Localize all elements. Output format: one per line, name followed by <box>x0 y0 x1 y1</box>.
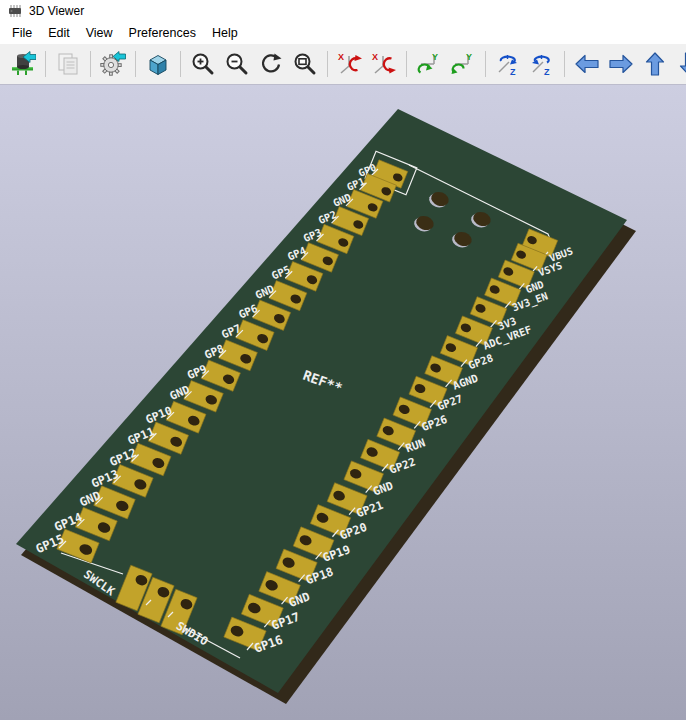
menu-edit[interactable]: Edit <box>40 23 78 43</box>
rotate-z-ccw-icon: Z <box>529 51 555 77</box>
move-down-button[interactable] <box>674 48 686 80</box>
rotate-z-cw-icon: Z <box>495 51 521 77</box>
move-up-button[interactable] <box>640 48 670 80</box>
svg-text:Z: Z <box>510 67 516 77</box>
menu-preferences[interactable]: Preferences <box>121 23 204 43</box>
rotate-x-cw-icon: X <box>337 51 363 77</box>
window-title: 3D Viewer <box>29 4 84 18</box>
menu-file[interactable]: File <box>4 23 40 43</box>
redraw-icon <box>258 51 284 77</box>
rotate-z-ccw-button[interactable]: Z <box>527 48 557 80</box>
toolbar-separator <box>485 51 486 77</box>
projection-cube-button[interactable] <box>143 48 173 80</box>
toolbar-separator <box>327 51 328 77</box>
arrow-up-icon <box>642 51 668 77</box>
move-left-button[interactable] <box>572 48 602 80</box>
svg-text:Y: Y <box>432 52 438 62</box>
redraw-button[interactable] <box>256 48 286 80</box>
arrow-down-icon <box>676 51 686 77</box>
zoom-in-button[interactable] <box>188 48 218 80</box>
rotate-x-ccw-button[interactable]: X <box>369 48 399 80</box>
toolbar-separator <box>180 51 181 77</box>
arrow-right-icon <box>608 51 634 77</box>
toolbar-separator <box>90 51 91 77</box>
copy-image-icon <box>55 51 81 77</box>
pcb-3d-render: GP0GP1GNDGP2GP3GP4GP5GNDGP6GP7GP8GP9GNDG… <box>0 85 686 720</box>
toolbar-separator <box>406 51 407 77</box>
rotate-y-ccw-button[interactable]: Y <box>448 48 478 80</box>
render-options-gear-icon <box>100 51 126 77</box>
zoom-to-fit-button[interactable] <box>290 48 320 80</box>
rotate-y-cw-icon: Y <box>416 51 442 77</box>
rotate-x-cw-button[interactable]: X <box>335 48 365 80</box>
toolbar-separator <box>564 51 565 77</box>
rotate-y-ccw-icon: Y <box>450 51 476 77</box>
svg-text:X: X <box>338 52 344 62</box>
copy-image-button[interactable] <box>53 48 83 80</box>
svg-text:Y: Y <box>466 52 472 62</box>
title-bar: 3D Viewer <box>0 0 686 22</box>
render-options-button[interactable] <box>98 48 128 80</box>
menu-bar: File Edit View Preferences Help <box>0 22 686 44</box>
zoom-to-fit-icon <box>292 51 318 77</box>
menu-help[interactable]: Help <box>204 23 246 43</box>
cube-icon <box>145 51 171 77</box>
toolbar: X X Y <box>0 44 686 85</box>
move-right-button[interactable] <box>606 48 636 80</box>
rotate-x-ccw-icon: X <box>371 51 397 77</box>
toolbar-separator <box>135 51 136 77</box>
reload-board-icon <box>10 51 36 77</box>
svg-text:Z: Z <box>544 67 550 77</box>
zoom-in-icon <box>190 51 216 77</box>
board-face <box>16 109 627 693</box>
rotate-y-cw-button[interactable]: Y <box>414 48 444 80</box>
chip-icon <box>7 3 23 19</box>
arrow-left-icon <box>574 51 600 77</box>
menu-view[interactable]: View <box>78 23 121 43</box>
reload-board-button[interactable] <box>8 48 38 80</box>
zoom-out-icon <box>224 51 250 77</box>
toolbar-separator <box>45 51 46 77</box>
zoom-out-button[interactable] <box>222 48 252 80</box>
3d-viewer-window: 3D Viewer File Edit View Preferences Hel… <box>0 0 686 720</box>
svg-text:X: X <box>372 52 378 62</box>
rotate-z-cw-button[interactable]: Z <box>493 48 523 80</box>
3d-viewport[interactable]: GP0GP1GNDGP2GP3GP4GP5GNDGP6GP7GP8GP9GNDG… <box>0 85 686 720</box>
